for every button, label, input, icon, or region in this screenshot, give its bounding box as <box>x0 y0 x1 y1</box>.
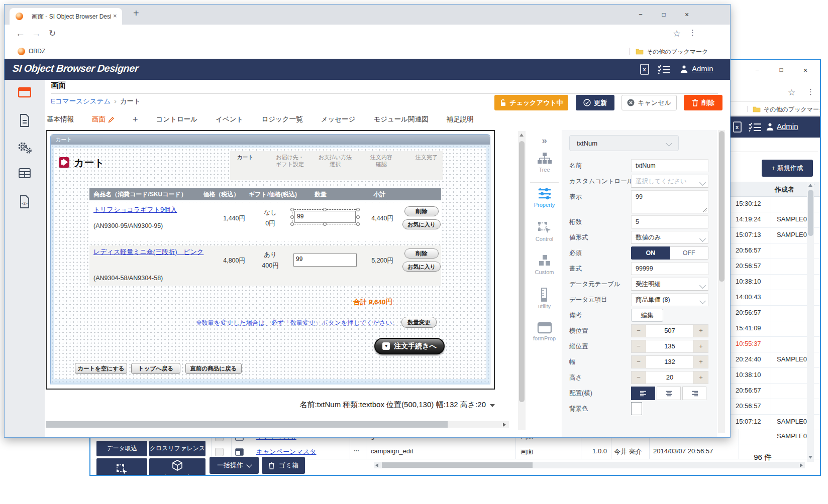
order-proceed-button[interactable]: ▼ 注文手続きへ <box>374 338 445 354</box>
star-icon[interactable]: ☆ <box>673 28 681 39</box>
remarks-edit-button[interactable]: 編集 <box>631 309 663 322</box>
row-menu-icon[interactable]: ... <box>354 445 359 453</box>
selection-handle[interactable] <box>290 208 294 211</box>
tab-add-icon[interactable]: + <box>133 114 138 125</box>
scrollbar-vertical[interactable] <box>807 182 814 462</box>
scrollbar-vertical[interactable] <box>718 130 725 433</box>
checklist-icon[interactable] <box>749 122 762 132</box>
name-input[interactable]: txtNum <box>631 159 708 172</box>
tab-screen-active[interactable]: 画面 <box>92 115 115 124</box>
nav-formprop[interactable]: formProp <box>527 322 562 341</box>
value-type-select[interactable]: 数値のみ <box>631 231 708 244</box>
minimize-icon[interactable]: − <box>750 66 765 74</box>
nav-custom[interactable]: Custom <box>527 255 562 275</box>
menu-dots-icon[interactable]: ⋮ <box>689 28 696 37</box>
menu-dots-icon[interactable]: ⋮ <box>807 87 814 96</box>
edit-pencil-icon[interactable] <box>108 116 115 123</box>
nav-tree[interactable]: Tree <box>527 152 562 173</box>
toggle-off[interactable]: OFF <box>670 246 709 260</box>
scrollbar-horizontal[interactable] <box>46 421 509 428</box>
row-delete-button[interactable]: 削除 <box>404 206 439 216</box>
tab-supplement[interactable]: 補足説明 <box>447 115 474 124</box>
update-button[interactable]: 更新 <box>576 95 614 110</box>
qty-input[interactable]: 99 <box>294 211 356 223</box>
selection-handle[interactable] <box>323 208 327 211</box>
data-import-tile[interactable]: データ取込 <box>96 441 147 456</box>
selection-handle[interactable] <box>290 215 294 219</box>
bookmark-obdz[interactable]: OBDZ <box>29 48 45 55</box>
scroll-up-icon[interactable] <box>520 134 524 137</box>
excel-export-icon[interactable]: x <box>640 64 650 75</box>
tab-events[interactable]: イベント <box>216 115 243 124</box>
selection-handle[interactable] <box>323 222 327 226</box>
excel-export-icon[interactable]: x <box>733 121 742 133</box>
maximize-icon[interactable]: □ <box>655 8 673 22</box>
sidebar-item-screens[interactable] <box>14 87 36 104</box>
scroll-right-icon[interactable] <box>800 463 803 467</box>
screen-name-link[interactable]: キャンペーンマスタ <box>256 447 316 456</box>
back-to-product-button[interactable]: 直前の商品に戻る <box>185 363 242 374</box>
trash-button[interactable]: ゴミ箱 <box>262 457 305 474</box>
scrollbar-vertical[interactable] <box>518 131 526 430</box>
scrollbar-thumb[interactable] <box>382 462 533 468</box>
scrollbar-thumb[interactable] <box>46 421 448 428</box>
reload-icon[interactable]: ↻ <box>49 28 56 39</box>
control-selector[interactable]: txtNum <box>569 135 679 151</box>
plus-button[interactable]: + <box>694 356 708 368</box>
tab-close-icon[interactable]: × <box>113 12 117 20</box>
qty-input[interactable]: 99 <box>293 254 357 267</box>
display-textarea[interactable]: 99 <box>631 190 708 213</box>
design-canvas[interactable]: カート カート カート お届け先・ギフト設定 お支払い方法選択 注文内容確認 注… <box>46 130 495 390</box>
qty-textbox-selected[interactable]: 99 <box>292 209 358 224</box>
bulk-action-button[interactable]: 一括操作 <box>210 457 259 474</box>
browser-tab[interactable]: 画面 - SI Object Browser Designe × <box>10 8 122 25</box>
new-create-button[interactable]: + 新規作成 <box>762 160 813 177</box>
bg-color-swatch[interactable] <box>631 402 642 415</box>
width-value[interactable]: 132 <box>646 356 694 368</box>
checkout-status-button[interactable]: チェックアウト中 <box>494 95 568 110</box>
minus-button[interactable]: − <box>632 325 646 337</box>
src-item-select[interactable]: 商品単価 (8) <box>631 293 708 306</box>
other-bookmarks-label[interactable]: その他のブックマーク <box>764 105 821 114</box>
selection-handle[interactable] <box>356 208 360 211</box>
x-value[interactable]: 507 <box>646 325 694 337</box>
row-checkbox[interactable] <box>215 448 224 456</box>
checklist-icon[interactable] <box>658 65 671 74</box>
maximize-icon[interactable]: □ <box>774 66 789 73</box>
sidebar-item-tables[interactable] <box>14 168 36 185</box>
close-icon[interactable]: × <box>798 66 813 74</box>
tab-module-diagram[interactable]: モジュール関連図 <box>373 115 428 124</box>
scroll-left-icon[interactable] <box>375 463 378 467</box>
control-tile[interactable]: コントロール <box>96 458 147 476</box>
scroll-right-icon[interactable] <box>503 423 506 427</box>
plus-button[interactable]: + <box>694 340 708 352</box>
qty-change-button[interactable]: 数量変更 <box>401 317 437 328</box>
plus-button[interactable]: + <box>694 371 708 384</box>
src-table-select[interactable]: 受注明細 <box>631 278 708 291</box>
star-icon[interactable]: ☆ <box>788 87 795 98</box>
empty-cart-button[interactable]: カートを空にする <box>75 363 127 374</box>
collapse-panel-icon[interactable]: » <box>527 135 562 146</box>
tab-controls[interactable]: コントロール <box>156 115 198 124</box>
product-link[interactable]: レディス軽量ミニ傘(三段折) ピンク <box>93 247 203 257</box>
tab-basic-info[interactable]: 基本情報 <box>47 115 74 124</box>
selection-handle[interactable] <box>356 222 360 226</box>
height-value[interactable]: 20 <box>646 371 694 384</box>
nav-utility[interactable]: utility <box>527 288 562 309</box>
minus-button[interactable]: − <box>632 356 646 368</box>
sidebar-item-code[interactable]: </> <box>14 195 36 212</box>
required-toggle[interactable]: ON OFF <box>631 246 708 260</box>
align-left-button[interactable] <box>631 387 655 400</box>
admin-link[interactable]: Admin <box>777 122 798 131</box>
custom-control-select[interactable]: 選択してください <box>631 175 708 188</box>
cross-reference-tile[interactable]: クロスリファレンス <box>149 441 205 456</box>
sidebar-item-settings[interactable] <box>14 141 36 158</box>
scrollbar-horizontal[interactable] <box>374 462 805 468</box>
scroll-up-icon[interactable] <box>808 184 812 187</box>
row-delete-button[interactable]: 削除 <box>404 248 439 259</box>
minimize-icon[interactable]: − <box>632 8 650 22</box>
creator-column-header[interactable]: 作成者 <box>775 185 794 194</box>
minus-button[interactable]: − <box>632 371 646 384</box>
back-icon[interactable]: ← <box>16 28 25 39</box>
align-right-button[interactable] <box>682 387 706 400</box>
